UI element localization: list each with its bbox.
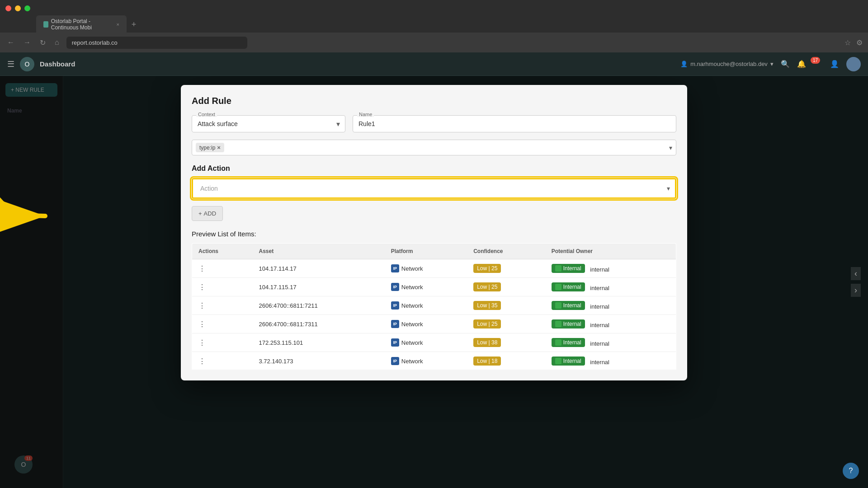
tab-close-icon[interactable]: × xyxy=(117,22,119,27)
profile-button[interactable]: 👤 xyxy=(830,60,839,68)
add-button[interactable]: + ADD xyxy=(192,206,223,221)
row-owner-3: Internal internal xyxy=(545,315,676,333)
platform-badge-5: IP Network xyxy=(391,357,423,365)
title-bar xyxy=(0,0,868,16)
dialog-content: Add Rule Context Attack surface xyxy=(181,85,687,380)
prev-page-button[interactable]: ‹ xyxy=(851,267,861,280)
row-actions-3: ⋮ xyxy=(192,315,253,333)
context-select-wrapper: Attack surface xyxy=(192,115,345,132)
row-owner-2: Internal internal xyxy=(545,296,676,315)
add-plus-icon: + xyxy=(198,210,202,217)
new-tab-button[interactable]: + xyxy=(128,19,139,30)
table-row: ⋮ 172.253.115.101 IP Network Low | 38 In… xyxy=(192,333,676,352)
row-owner-1: Internal internal xyxy=(545,278,676,296)
ip-icon-2: IP xyxy=(391,301,399,310)
ip-icon-4: IP xyxy=(391,338,399,347)
row-asset-2: 2606:4700::6811:7211 xyxy=(253,296,385,315)
name-input[interactable] xyxy=(353,115,676,132)
address-input[interactable] xyxy=(66,37,247,49)
back-button[interactable]: ← xyxy=(5,37,16,48)
row-asset-0: 104.17.114.17 xyxy=(253,259,385,278)
preview-title: Preview List of Items: xyxy=(192,230,676,238)
user-email: m.narhmouche@ostorlab.dev xyxy=(690,61,768,67)
maximize-btn[interactable] xyxy=(24,5,30,11)
filter-dropdown-button[interactable]: ▾ xyxy=(669,144,672,151)
row-platform-4: IP Network xyxy=(385,333,467,352)
tab-bar: Ostorlab Portal - Continuous Mobi × + xyxy=(0,16,868,33)
user-chevron-icon: ▾ xyxy=(770,61,774,67)
row-platform-0: IP Network xyxy=(385,259,467,278)
owner-badge-5: Internal xyxy=(552,357,585,366)
add-button-label: ADD xyxy=(204,210,216,217)
settings-icon[interactable]: ⚙ xyxy=(856,38,863,47)
filter-row[interactable]: type:ip × ▾ xyxy=(192,140,676,155)
table-header-row: Actions Asset Platform Confidence Potent… xyxy=(192,244,676,259)
ip-icon-0: IP xyxy=(391,264,399,272)
col-platform: Platform xyxy=(385,244,467,259)
preview-table: Actions Asset Platform Confidence Potent… xyxy=(192,243,676,370)
col-asset: Asset xyxy=(253,244,385,259)
row-confidence-1: Low | 25 xyxy=(467,278,545,296)
owner-text-2: internal xyxy=(590,303,609,310)
row-menu-button-4[interactable]: ⋮ xyxy=(198,338,206,347)
app-logo: O xyxy=(20,57,34,71)
help-button[interactable]: ? xyxy=(843,463,859,479)
app-layout: ☰ O Dashboard 👤 m.narhmouche@ostorlab.de… xyxy=(0,52,868,488)
ip-icon-1: IP xyxy=(391,283,399,291)
forward-button[interactable]: → xyxy=(22,37,33,48)
context-select[interactable]: Attack surface xyxy=(192,115,345,132)
row-menu-button-3[interactable]: ⋮ xyxy=(198,320,206,328)
row-asset-1: 104.17.115.17 xyxy=(253,278,385,296)
address-bar-icons: ☆ ⚙ xyxy=(844,38,863,47)
owner-badge-0: Internal xyxy=(552,264,585,273)
owner-text-4: internal xyxy=(590,340,609,347)
owner-icon-2 xyxy=(555,302,561,309)
filter-tag-remove-button[interactable]: × xyxy=(217,144,221,151)
owner-text-0: internal xyxy=(590,266,609,273)
row-menu-button-0[interactable]: ⋮ xyxy=(198,264,206,273)
dialog-title: Add Rule xyxy=(192,96,676,106)
app-title: Dashboard xyxy=(40,60,75,68)
platform-badge-1: IP Network xyxy=(391,283,423,291)
owner-text-5: internal xyxy=(590,359,609,366)
row-confidence-4: Low | 38 xyxy=(467,333,545,352)
add-action-title: Add Action xyxy=(192,164,676,173)
row-platform-2: IP Network xyxy=(385,296,467,315)
row-asset-3: 2606:4700::6811:7311 xyxy=(253,315,385,333)
owner-badge-3: Internal xyxy=(552,319,585,328)
dialog-overlay: Add Rule Context Attack surface xyxy=(0,76,868,488)
context-form-group: Context Attack surface xyxy=(192,115,345,132)
next-page-button[interactable]: › xyxy=(851,284,861,297)
avatar[interactable] xyxy=(846,57,861,71)
close-btn[interactable] xyxy=(5,5,11,11)
refresh-button[interactable]: ↻ xyxy=(38,37,47,49)
row-owner-4: Internal internal xyxy=(545,333,676,352)
home-button[interactable]: ⌂ xyxy=(53,37,61,48)
row-menu-button-2[interactable]: ⋮ xyxy=(198,301,206,310)
ip-icon-3: IP xyxy=(391,320,399,328)
user-icon: 👤 xyxy=(680,61,688,67)
row-menu-button-1[interactable]: ⋮ xyxy=(198,283,206,291)
hamburger-menu-button[interactable]: ☰ xyxy=(7,59,14,69)
preview-table-container[interactable]: Actions Asset Platform Confidence Potent… xyxy=(192,243,676,370)
table-body: ⋮ 104.17.114.17 IP Network Low | 25 Inte… xyxy=(192,259,676,370)
user-info[interactable]: 👤 m.narhmouche@ostorlab.dev ▾ xyxy=(680,61,774,67)
row-menu-button-5[interactable]: ⋮ xyxy=(198,357,206,366)
owner-badge-1: Internal xyxy=(552,282,585,291)
confidence-badge-4: Low | 38 xyxy=(473,338,501,347)
row-owner-0: Internal internal xyxy=(545,259,676,278)
minimize-btn[interactable] xyxy=(15,5,21,11)
active-tab[interactable]: Ostorlab Portal - Continuous Mobi × xyxy=(36,15,127,33)
name-form-group: Name xyxy=(353,115,676,132)
bookmark-icon[interactable]: ☆ xyxy=(844,38,851,47)
action-select[interactable]: Action xyxy=(192,178,676,199)
search-button[interactable]: 🔍 xyxy=(781,60,790,68)
alerts-button[interactable]: 🔔 xyxy=(797,60,806,68)
platform-badge-4: IP Network xyxy=(391,338,423,347)
app-header: ☰ O Dashboard 👤 m.narhmouche@ostorlab.de… xyxy=(0,52,868,76)
confidence-badge-3: Low | 25 xyxy=(473,319,501,328)
platform-badge-3: IP Network xyxy=(391,320,423,328)
table-row: ⋮ 2606:4700::6811:7311 IP Network Low | … xyxy=(192,315,676,333)
ip-icon-5: IP xyxy=(391,357,399,365)
row-actions-0: ⋮ xyxy=(192,259,253,278)
